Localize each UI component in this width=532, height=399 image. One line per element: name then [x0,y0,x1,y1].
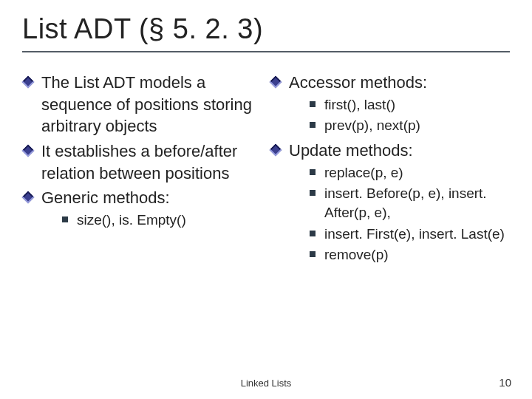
sublist-item: remove(p) [310,245,510,265]
list-item-label: Accessor methods: [289,73,427,92]
slide: List ADT (§ 5. 2. 3) The List ADT models… [0,0,532,399]
right-column: Accessor methods: first(), last() prev(p… [270,72,510,269]
sublist-item: insert. Before(p, e), insert. After(p, e… [310,184,510,222]
slide-title: List ADT (§ 5. 2. 3) [22,13,510,45]
list-item-label: Generic methods: [41,188,170,207]
content-columns: The List ADT models a sequence of positi… [22,72,510,269]
left-list: The List ADT models a sequence of positi… [22,72,262,230]
sublist-item: replace(p, e) [310,163,510,183]
page-number: 10 [499,376,511,389]
sublist-item: first(), last() [310,95,510,115]
sublist-item: insert. First(e), insert. Last(e) [310,225,510,244]
footer-text: Linked Lists [0,378,532,389]
list-item: It establishes a before/after relation b… [22,140,262,184]
sublist-item: prev(p), next(p) [310,116,510,135]
left-column: The List ADT models a sequence of positi… [22,72,262,269]
sublist-item: size(), is. Empty() [62,211,262,230]
list-item: The List ADT models a sequence of positi… [22,72,262,137]
right-list: Accessor methods: first(), last() prev(p… [270,72,510,265]
list-item: Accessor methods: first(), last() prev(p… [270,72,510,135]
list-item: Generic methods: size(), is. Empty() [22,187,262,229]
left-sublist: size(), is. Empty() [62,211,262,230]
update-sublist: replace(p, e) insert. Before(p, e), inse… [310,163,510,265]
list-item-label: Update methods: [289,141,413,160]
list-item: Update methods: replace(p, e) insert. Be… [270,140,510,265]
accessor-sublist: first(), last() prev(p), next(p) [310,95,510,135]
title-rule [22,51,510,52]
